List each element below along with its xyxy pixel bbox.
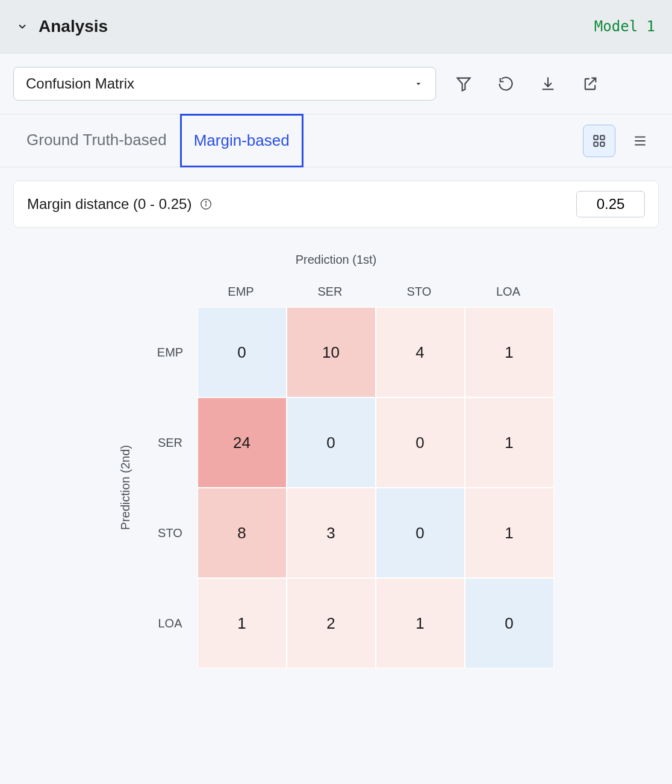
caret-down-icon [414, 75, 423, 92]
matrix-cell[interactable]: 10 [287, 307, 376, 397]
tab-margin-based[interactable]: Margin-based [180, 114, 303, 167]
matrix-cell[interactable]: 1 [465, 397, 554, 488]
matrix-col-header: STO [375, 279, 464, 307]
list-view-icon [632, 133, 648, 149]
matrix-row-labels: EMPSERSTOLOA [143, 307, 198, 668]
matrix-cell[interactable]: 1 [465, 307, 554, 397]
matrix-cell[interactable]: 1 [376, 578, 465, 668]
matrix-column-headers: EMPSERSTOLOA [119, 279, 553, 307]
matrix-row-header: LOA [143, 578, 198, 668]
matrix-cell[interactable]: 1 [198, 578, 287, 668]
model-badge: Model 1 [594, 18, 655, 35]
matrix-col-header: EMP [196, 279, 285, 307]
reset-button[interactable] [491, 69, 520, 98]
analysis-type-select[interactable]: Confusion Matrix [13, 67, 436, 101]
svg-rect-3 [594, 142, 598, 146]
margin-distance-label: Margin distance (0 - 0.25) [27, 196, 191, 213]
page-title: Analysis [39, 17, 108, 36]
svg-marker-0 [458, 78, 470, 91]
svg-rect-1 [594, 135, 598, 140]
matrix-row-header: EMP [143, 307, 198, 397]
confusion-matrix: Prediction (1st) EMPSERSTOLOA Prediction… [0, 241, 672, 717]
margin-distance-input[interactable] [576, 191, 645, 217]
matrix-y-axis-label: Prediction (2nd) [119, 445, 132, 530]
reset-icon [497, 75, 514, 92]
matrix-col-header: LOA [464, 279, 553, 307]
header-bar: Analysis Model 1 [0, 0, 672, 54]
matrix-x-axis-label: Prediction (1st) [296, 253, 377, 267]
select-label: Confusion Matrix [26, 75, 134, 92]
matrix-cell[interactable]: 1 [465, 488, 554, 578]
matrix-cell[interactable]: 4 [376, 307, 465, 397]
open-external-button[interactable] [576, 69, 605, 98]
matrix-cell[interactable]: 0 [376, 397, 465, 488]
svg-point-10 [206, 202, 207, 202]
matrix-row-header: SER [143, 397, 198, 488]
download-icon [540, 75, 556, 92]
filter-icon [455, 75, 472, 92]
view-toggle [583, 114, 659, 167]
matrix-cell[interactable]: 0 [198, 307, 287, 397]
open-external-icon [582, 75, 599, 92]
matrix-cell[interactable]: 0 [287, 397, 376, 488]
toolbar: Confusion Matrix [0, 54, 672, 114]
matrix-cell[interactable]: 0 [465, 578, 554, 668]
matrix-cell[interactable]: 8 [198, 488, 287, 578]
matrix-cell[interactable]: 3 [287, 488, 376, 578]
list-view-button[interactable] [624, 125, 656, 157]
chevron-down-icon [16, 20, 28, 33]
matrix-cell[interactable]: 0 [376, 488, 465, 578]
matrix-row-header: STO [143, 488, 198, 578]
download-button[interactable] [534, 69, 562, 98]
grid-view-button[interactable] [583, 125, 615, 157]
matrix-col-header: SER [285, 279, 375, 307]
matrix-grid: 010412400183011210 [198, 307, 554, 668]
filter-button[interactable] [449, 69, 478, 98]
svg-rect-2 [600, 135, 605, 140]
grid-view-icon [591, 133, 607, 149]
margin-distance-panel: Margin distance (0 - 0.25) [13, 181, 659, 228]
tab-ground-truth[interactable]: Ground Truth-based [13, 114, 180, 167]
matrix-cell[interactable]: 2 [287, 578, 376, 668]
collapse-toggle[interactable] [16, 20, 29, 33]
tab-bar: Ground Truth-based Margin-based [0, 114, 672, 167]
info-icon[interactable] [199, 197, 213, 211]
svg-rect-4 [600, 142, 605, 146]
matrix-cell[interactable]: 24 [198, 397, 287, 488]
